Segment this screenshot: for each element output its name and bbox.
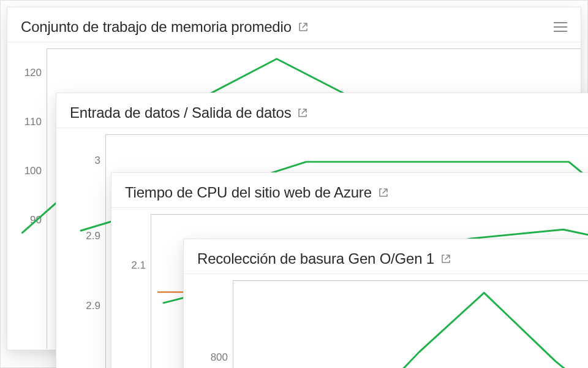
menu-icon[interactable]: [554, 21, 567, 33]
chart-plot: [233, 280, 588, 368]
y-tick: 110: [24, 116, 42, 128]
y-axis-ticks: 3 2.9 2.9: [56, 128, 105, 368]
y-tick: 2.9: [86, 230, 100, 242]
popout-icon[interactable]: [440, 253, 451, 264]
card-title: Entrada de datos / Salida de datos: [70, 104, 291, 121]
chart-card-gc: Recolección de basura Gen O/Gen 1 800: [183, 239, 588, 368]
card-title: Conjunto de trabajo de memoria promedio: [21, 18, 292, 36]
y-axis-ticks: 800: [184, 274, 233, 368]
y-axis-ticks: 120 110 100 90: [7, 42, 47, 349]
popout-icon[interactable]: [297, 107, 308, 118]
y-tick: 100: [24, 165, 42, 177]
card-header: Tiempo de CPU del sitio web de Azure: [111, 173, 588, 208]
card-title: Recolección de basura Gen O/Gen 1: [197, 250, 434, 267]
dashboard-viewport: Conjunto de trabajo de memoria promedio …: [0, 0, 588, 368]
card-header: Recolección de basura Gen O/Gen 1: [184, 239, 588, 274]
popout-icon[interactable]: [378, 187, 389, 198]
chart-area: 800: [184, 274, 588, 368]
card-title: Tiempo de CPU del sitio web de Azure: [125, 184, 372, 201]
card-title-row: Recolección de basura Gen O/Gen 1: [197, 250, 451, 267]
card-header: Entrada de datos / Salida de datos: [56, 93, 588, 128]
y-tick: 120: [24, 67, 42, 79]
popout-icon[interactable]: [298, 21, 309, 33]
card-title-row: Entrada de datos / Salida de datos: [70, 104, 308, 121]
chart-line: [233, 281, 588, 368]
y-tick: 3: [95, 155, 100, 167]
y-tick: 2.9: [86, 300, 100, 312]
y-axis-ticks: 2.1: [111, 208, 151, 368]
y-tick: 800: [211, 351, 228, 364]
card-title-row: Tiempo de CPU del sitio web de Azure: [125, 184, 389, 201]
y-tick: 2.1: [131, 259, 146, 272]
card-header: Conjunto de trabajo de memoria promedio: [7, 7, 581, 42]
card-title-row: Conjunto de trabajo de memoria promedio: [21, 18, 309, 36]
